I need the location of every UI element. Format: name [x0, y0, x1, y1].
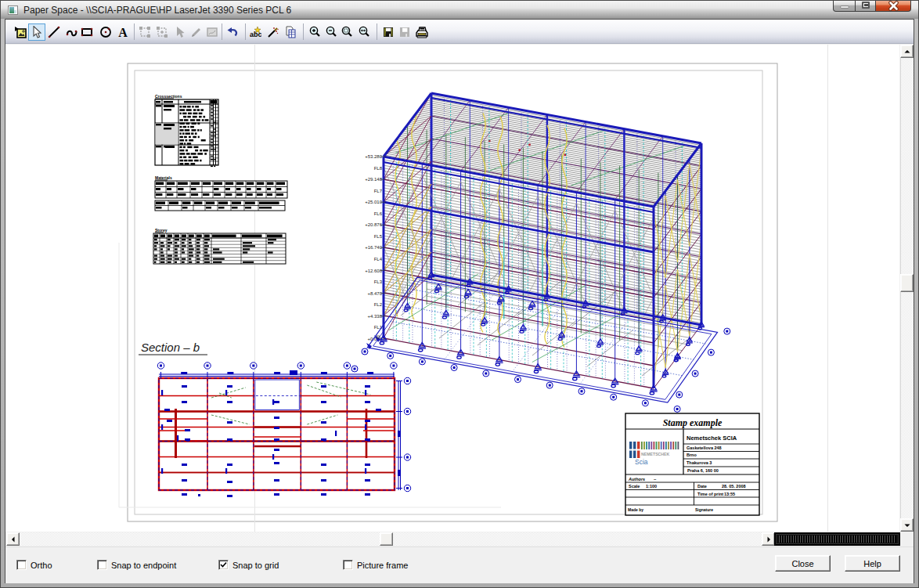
- svg-text:Praha 6, 160 00: Praha 6, 160 00: [687, 468, 719, 473]
- svg-text:Storey: Storey: [155, 228, 168, 233]
- svg-text:FL5: FL5: [374, 234, 383, 239]
- svg-text:Date: Date: [697, 484, 707, 489]
- svg-text:Made by: Made by: [628, 507, 643, 512]
- svg-text:FL8: FL8: [374, 166, 383, 171]
- svg-text:abc: abc: [250, 31, 261, 38]
- svg-text:13:55: 13:55: [724, 492, 735, 496]
- svg-text:+29.148: +29.148: [365, 177, 383, 182]
- svg-text:Materials: Materials: [155, 175, 172, 180]
- svg-text:Brno: Brno: [687, 453, 697, 457]
- svg-text:Scia: Scia: [635, 458, 648, 466]
- svg-text:28. 05. 2008: 28. 05. 2008: [722, 484, 746, 489]
- svg-text:FL6: FL6: [374, 211, 383, 216]
- svg-text:FL4: FL4: [374, 257, 383, 262]
- svg-text:+25.010: +25.010: [365, 200, 383, 204]
- svg-text:Authors: Authors: [628, 477, 645, 482]
- svg-text:Section – b: Section – b: [141, 341, 200, 354]
- svg-text:NEMETSCHEK: NEMETSCHEK: [641, 452, 670, 456]
- svg-text:Stamp example: Stamp example: [663, 417, 723, 428]
- svg-text:FL7: FL7: [374, 189, 383, 193]
- svg-text:Gasketellova 248: Gasketellova 248: [687, 446, 722, 450]
- svg-text:+20.876: +20.876: [365, 222, 383, 227]
- svg-text:1:100: 1:100: [646, 484, 657, 489]
- svg-text:Signature: Signature: [695, 507, 713, 512]
- svg-text:Time of print: Time of print: [697, 492, 723, 496]
- svg-text:Thakurova 3: Thakurova 3: [687, 460, 712, 465]
- svg-text:Scale: Scale: [629, 484, 640, 489]
- svg-text:+4.338: +4.338: [367, 314, 382, 319]
- svg-text:FL2: FL2: [374, 302, 383, 307]
- svg-text:+16.740: +16.740: [365, 245, 383, 250]
- svg-text:Crosssections: Crosssections: [155, 94, 182, 99]
- svg-text:+53.280: +53.280: [365, 154, 383, 159]
- svg-text:Nemetschek SCIA: Nemetschek SCIA: [687, 435, 737, 442]
- svg-text:A: A: [118, 26, 128, 38]
- svg-text:+8.470: +8.470: [367, 291, 382, 296]
- svg-text:+12.608: +12.608: [365, 269, 383, 273]
- svg-text:FL3: FL3: [374, 280, 383, 284]
